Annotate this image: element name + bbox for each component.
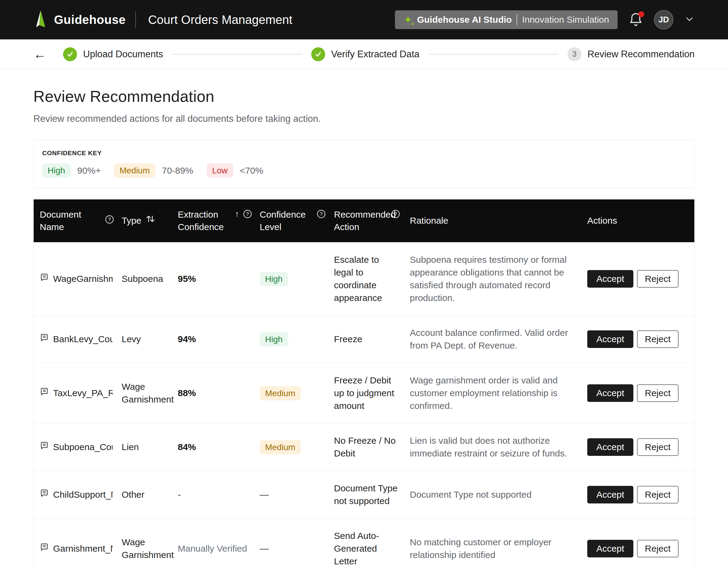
help-icon[interactable]: ? xyxy=(391,209,400,222)
accept-button[interactable]: Accept xyxy=(587,540,633,557)
help-icon[interactable]: ? xyxy=(316,209,326,222)
reject-button[interactable]: Reject xyxy=(637,270,679,287)
sparkle-icon: ✦✦ xyxy=(403,15,412,25)
recommended-action: No Freeze / No Debit xyxy=(334,434,401,460)
col-extraction-confidence: Extraction Confidence ↑ ? xyxy=(178,200,260,242)
ai-studio-badge: ✦✦ Guidehouse AI Studio Innovation Simul… xyxy=(395,10,618,29)
col-label: Rationale xyxy=(410,215,448,227)
col-label: Document Name xyxy=(40,209,101,233)
confidence-level-badge: Medium xyxy=(260,386,301,400)
extraction-confidence: - xyxy=(178,488,181,501)
step-verify-extracted-data[interactable]: Verify Extracted Data xyxy=(311,47,420,61)
document-name[interactable]: BankLevy_County xyxy=(53,333,113,345)
chevron-down-icon[interactable] xyxy=(684,15,695,25)
col-rationale: Rationale xyxy=(410,200,587,242)
document-type: Subpoena xyxy=(122,273,163,285)
reject-button[interactable]: Reject xyxy=(637,486,679,503)
extraction-confidence: Manually Verified xyxy=(178,542,247,555)
rationale: Wage garnishment order is valid and cust… xyxy=(410,374,578,412)
page-title: Review Recommendation xyxy=(33,87,695,106)
col-actions: Actions xyxy=(587,200,694,242)
high-pill: High xyxy=(42,163,71,178)
reject-button[interactable]: Reject xyxy=(637,384,679,402)
low-pill: Low xyxy=(207,163,233,178)
recommended-action: Escalate to legal to coordinate appearan… xyxy=(334,254,401,304)
extraction-confidence: 95% xyxy=(178,273,196,285)
app-header: Guidehouse Court Orders Management ✦✦ Gu… xyxy=(0,0,728,39)
document-icon xyxy=(40,273,49,285)
document-name[interactable]: Subpoena_County xyxy=(53,441,113,453)
document-icon xyxy=(40,333,49,345)
accept-button[interactable]: Accept xyxy=(587,438,633,456)
stepper-connector xyxy=(429,54,558,55)
recommended-action: Document Type not supported xyxy=(334,482,401,507)
document-type: Wage Garnishment xyxy=(122,380,174,406)
reject-button[interactable]: Reject xyxy=(637,438,679,456)
sort-icon[interactable] xyxy=(145,214,156,228)
col-label: Confidence Level xyxy=(260,209,313,233)
rationale: No matching customer or employer relatio… xyxy=(410,536,578,561)
help-icon[interactable]: ? xyxy=(105,215,114,228)
avatar[interactable]: JD xyxy=(654,10,673,29)
document-icon xyxy=(40,441,49,453)
extraction-confidence: 94% xyxy=(178,333,196,345)
document-name[interactable]: Garnishment_NoM xyxy=(53,542,113,555)
step-upload-documents[interactable]: Upload Documents xyxy=(63,47,163,61)
studio-badge-secondary: Innovation Simulation xyxy=(522,15,609,25)
stepper-connector xyxy=(172,54,302,55)
rationale: Subpoena requires testimony or formal ap… xyxy=(410,254,578,304)
avatar-initials: JD xyxy=(659,15,669,25)
sort-ascending-icon[interactable]: ↑ xyxy=(235,209,239,220)
recommended-action: Freeze / Debit up to judgment amount xyxy=(334,374,401,412)
document-type: Other xyxy=(122,488,144,501)
document-name[interactable]: WageGarnishment xyxy=(53,273,113,285)
confidence-level-badge: — xyxy=(260,488,269,501)
table-row: TaxLevy_PA_Rev_C Wage Garnishment 88% Me… xyxy=(34,363,694,423)
accept-button[interactable]: Accept xyxy=(587,330,633,348)
rationale: Lien is valid but does not authorize imm… xyxy=(410,434,578,460)
reject-button[interactable]: Reject xyxy=(637,540,679,557)
badge-divider xyxy=(517,14,517,25)
help-icon[interactable]: ? xyxy=(243,209,252,222)
brand-name: Guidehouse xyxy=(54,13,126,27)
accept-button[interactable]: Accept xyxy=(587,486,633,503)
confidence-key: CONFIDENCE KEY High 90%+ Medium 70-89% L… xyxy=(33,140,695,188)
accept-button[interactable]: Accept xyxy=(587,270,633,287)
svg-text:?: ? xyxy=(394,212,397,217)
step-complete-check-icon xyxy=(63,47,77,61)
reject-button[interactable]: Reject xyxy=(637,330,679,348)
back-arrow-icon[interactable]: ← xyxy=(33,48,46,61)
confidence-key-item-medium: Medium 70-89% xyxy=(114,163,193,178)
table-row: Garnishment_NoM Wage Garnishment Manuall… xyxy=(34,518,694,568)
rationale: Account balance confirmed. Valid order f… xyxy=(410,326,578,352)
step-label: Review Recommendation xyxy=(588,49,695,60)
col-label: Type xyxy=(122,215,141,227)
confidence-key-item-low: Low <70% xyxy=(207,163,263,178)
document-name[interactable]: TaxLevy_PA_Rev_C xyxy=(53,387,113,399)
document-icon xyxy=(40,488,49,501)
col-label: Actions xyxy=(587,215,617,227)
step-label: Upload Documents xyxy=(83,49,163,60)
recommended-action: Send Auto-Generated Letter xyxy=(334,529,401,568)
col-label: Recommended Action xyxy=(334,209,387,233)
table-row: Subpoena_County Lien 84% Medium No Freez… xyxy=(34,423,694,471)
notification-bell-icon[interactable] xyxy=(629,12,643,28)
step-review-recommendation[interactable]: 3 Review Recommendation xyxy=(568,47,695,61)
notification-dot xyxy=(638,11,644,17)
svg-text:?: ? xyxy=(246,212,249,217)
medium-pill: Medium xyxy=(114,163,155,178)
confidence-key-item-high: High 90%+ xyxy=(42,163,101,178)
confidence-level-badge: High xyxy=(260,332,288,346)
confidence-level-badge: High xyxy=(260,272,288,286)
extraction-confidence: 88% xyxy=(178,387,196,399)
step-number-badge: 3 xyxy=(568,47,581,61)
confidence-level-badge: Medium xyxy=(260,440,301,454)
brand: Guidehouse Court Orders Management xyxy=(33,9,292,30)
col-type: Type xyxy=(122,200,178,242)
medium-range: 70-89% xyxy=(162,166,193,176)
step-complete-check-icon xyxy=(311,47,325,61)
recommendation-table: Document Name ? Type Extr xyxy=(33,199,695,568)
accept-button[interactable]: Accept xyxy=(587,384,633,402)
document-name[interactable]: ChildSupport_NoM xyxy=(53,488,113,501)
main-content: Review Recommendation Review recommended… xyxy=(0,69,728,568)
